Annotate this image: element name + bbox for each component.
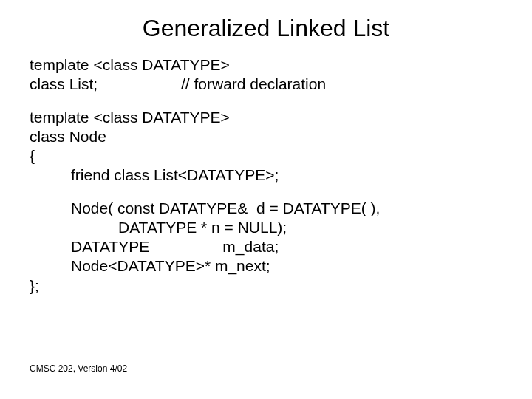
code-block-2: template <class DATATYPE> class Node { f…: [30, 108, 502, 185]
code-line: template <class DATATYPE>: [30, 108, 502, 127]
code-line: Node( const DATATYPE& d = DATATYPE( ),: [30, 199, 502, 218]
slide-footer: CMSC 202, Version 4/02: [30, 364, 127, 374]
code-text: class List;: [30, 75, 181, 94]
code-block-1: template <class DATATYPE> class List; //…: [30, 55, 502, 95]
code-line: template <class DATATYPE>: [30, 55, 502, 75]
code-line: DATATYPE m_data;: [30, 237, 502, 256]
code-line: Node<DATATYPE>* m_next;: [30, 256, 502, 276]
code-line: };: [30, 276, 502, 296]
code-comment: // forward declaration: [181, 75, 326, 94]
code-line: {: [30, 146, 502, 166]
code-line: friend class List<DATATYPE>;: [30, 166, 502, 185]
code-line: class Node: [30, 127, 502, 146]
code-block-3: Node( const DATATYPE& d = DATATYPE( ), D…: [30, 199, 502, 296]
slide-title: Generalized Linked List: [30, 15, 502, 42]
code-line: class List; // forward declaration: [30, 75, 502, 94]
code-line: DATATYPE * n = NULL);: [30, 218, 502, 237]
